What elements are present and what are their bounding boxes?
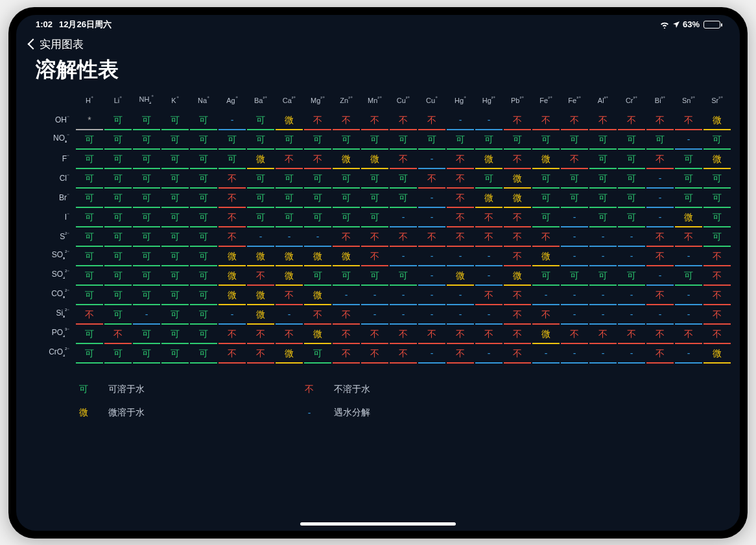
cell-sli: 微 [276, 248, 303, 266]
cell-sli: 微 [475, 190, 502, 208]
cell-ins: 不 [390, 326, 417, 344]
cell-sol: 可 [76, 345, 103, 364]
cell-ins: 不 [447, 209, 474, 227]
cell-sli: 微 [504, 268, 531, 286]
cell-sol: 可 [646, 132, 674, 150]
cell-ins: 不 [675, 229, 702, 247]
cell-sol: 可 [703, 229, 731, 247]
cell-ins: 不 [390, 345, 417, 364]
cell-sol: 可 [133, 170, 160, 189]
cell-ins: 不 [333, 345, 360, 364]
cell-dec: - [276, 307, 303, 325]
col-header: Cu⁺ [418, 92, 445, 111]
cell-ins: 不 [219, 190, 246, 208]
col-header: H⁺ [76, 92, 103, 111]
row-header: Si₃²⁻ [37, 306, 75, 325]
cell-ins: 不 [418, 112, 445, 130]
cell-ins: 不 [447, 229, 474, 247]
home-indicator[interactable] [300, 522, 456, 526]
cell-sli: 微 [247, 151, 274, 169]
cell-sol: 可 [76, 268, 103, 286]
cell-sol: 可 [703, 132, 731, 150]
col-header: Sn²⁺ [675, 92, 702, 111]
cell-ins: 不 [219, 209, 246, 227]
cell-ins: 不 [418, 229, 445, 247]
cell-ins: 不 [361, 248, 388, 266]
cell-ins: 不 [646, 151, 674, 169]
cell-sli: 微 [703, 151, 731, 169]
cell-ins: 不 [618, 112, 645, 130]
cell-sol: 可 [532, 190, 560, 208]
cell-ins: 不 [447, 151, 474, 169]
cell-sli: 微 [333, 248, 360, 266]
cell-ins: 不 [589, 326, 617, 344]
cell-sol: 可 [475, 170, 502, 189]
cell-sol: 可 [190, 307, 217, 325]
cell-ins: 不 [361, 229, 388, 247]
cell-sol: 可 [333, 190, 360, 208]
cell-sol: 可 [589, 151, 617, 169]
cell-ins: 不 [361, 112, 388, 130]
cell-sol: 可 [104, 151, 132, 169]
cell-ins: 不 [304, 307, 331, 325]
cell-dec: - [333, 287, 360, 305]
cell-ins: 不 [104, 326, 132, 344]
cell-ins: 不 [561, 112, 588, 130]
col-header: Fe³⁺ [561, 92, 588, 111]
cell-ins: 不 [418, 170, 445, 189]
cell-sol: 可 [418, 132, 445, 150]
cell-ins: 不 [304, 151, 331, 169]
cell-ins: 不 [646, 287, 674, 305]
legend-insoluble: 不 不溶于水 [300, 384, 370, 395]
cell-sol: 可 [276, 170, 303, 189]
cell-sol: 可 [532, 170, 560, 189]
cell-sol: 可 [133, 151, 160, 169]
table-row: SO₃²⁻可可可可可微微微微微不----不微---不-不 [37, 248, 731, 267]
col-header: Na⁺ [190, 92, 217, 111]
row-header: SO₃²⁻ [37, 248, 75, 267]
cell-sol: 可 [333, 170, 360, 189]
cell-sol: 可 [76, 190, 103, 208]
solubility-table-wrap[interactable]: H⁺Li⁺NH₄⁺K⁺Na⁺Ag⁺Ba²⁺Ca²⁺Mg²⁺Zn²⁺Mn²⁺Cu²… [16, 92, 740, 364]
cell-sli: 微 [475, 151, 502, 169]
cell-sol: 可 [190, 287, 217, 305]
cell-sli: 微 [276, 112, 303, 130]
cell-ins: 不 [219, 229, 246, 247]
cell-dec: - [447, 307, 474, 325]
cell-ins: 不 [675, 326, 702, 344]
status-bar: 1:02 12月26日周六 63% [16, 15, 740, 30]
cell-ins: 不 [247, 345, 274, 364]
battery-percent: 63% [683, 19, 700, 29]
cell-dec: - [675, 287, 702, 305]
battery-icon [703, 21, 720, 29]
cell-ins: 不 [703, 326, 731, 344]
col-header: Mn²⁺ [361, 92, 388, 111]
cell-sol: 可 [247, 209, 274, 227]
back-button[interactable]: 实用图表 [16, 30, 740, 52]
legend-decompose: - 遇水分解 [300, 407, 370, 419]
cell-sol: 可 [76, 132, 103, 150]
cell-ins: 不 [333, 112, 360, 130]
cell-sol: 可 [333, 132, 360, 150]
cell-ins: 不 [504, 307, 531, 325]
status-date: 12月26日周六 [59, 19, 112, 30]
cell-ins: 不 [504, 287, 531, 305]
cell-sol: 可 [133, 345, 160, 364]
cell-ins: 不 [561, 151, 588, 169]
cell-dec: - [418, 307, 445, 325]
cell-sol: 可 [561, 190, 588, 208]
table-row: F⁻可可可可可可微不不微微不-不微不微不可可不可微 [37, 150, 731, 170]
cell-ins: 不 [703, 268, 731, 286]
col-header: Sr²⁺ [703, 92, 731, 111]
cell-dec: - [447, 112, 474, 130]
cell-ins: 不 [589, 112, 617, 130]
cell-sol: 可 [447, 132, 474, 150]
cell-sol: 可 [76, 209, 103, 227]
cell-dec: - [675, 345, 702, 364]
row-header: SO₄²⁻ [37, 267, 75, 286]
cell-dec: - [475, 268, 502, 286]
cell-sli: 微 [532, 326, 560, 344]
cell-sol: 可 [618, 190, 645, 208]
cell-sol: 可 [161, 151, 189, 169]
cell-sol: 可 [561, 132, 588, 150]
